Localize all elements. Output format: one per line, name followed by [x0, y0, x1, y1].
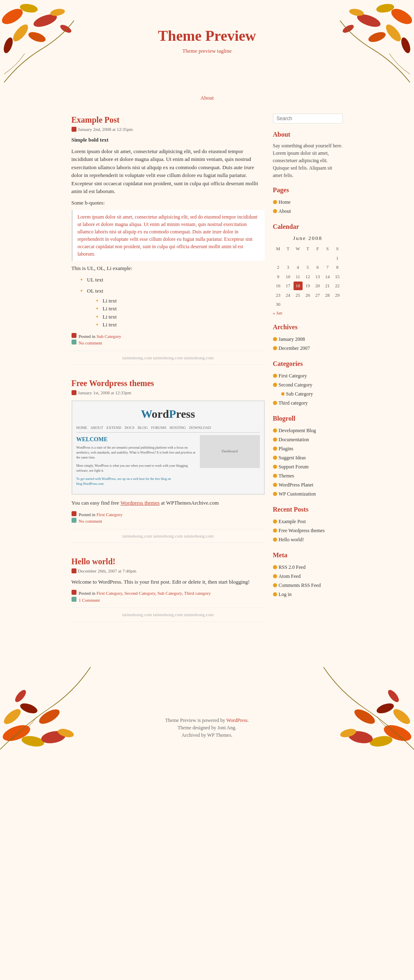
category-link[interactable]: First Category — [97, 512, 123, 517]
cal-day — [313, 300, 322, 309]
archive-link[interactable]: December 2007 — [279, 345, 310, 352]
category-link[interactable]: Sub Category — [97, 334, 121, 339]
meta-link[interactable]: RSS 2.0 Feed — [279, 563, 306, 571]
archive-link[interactable]: January 2008 — [279, 335, 305, 343]
blockquote: Lorem ipsum dolor sit amet, consectetur … — [72, 210, 265, 261]
blogroll-link[interactable]: Support Forum — [279, 463, 309, 470]
blogroll-suggest-ideas-link[interactable]: Suggest Ideas — [279, 454, 306, 461]
list-item: Development Blog — [273, 426, 343, 435]
bullet-icon — [281, 392, 284, 396]
recent-post-link[interactable]: Hello world! — [279, 536, 304, 543]
list-item: Li text — [95, 313, 265, 321]
tag-icon — [72, 511, 76, 516]
wordpress-screenshot: WordPress HOMEABOUTEXTENDDOCSBLOGFORUMSH… — [72, 400, 265, 495]
comment-link[interactable]: No comment — [79, 340, 102, 345]
list-item: Home — [273, 198, 343, 207]
comment-icon — [72, 518, 76, 523]
cal-header: T — [284, 244, 293, 253]
navigation: About — [0, 91, 414, 105]
recent-post-link[interactable]: Free Wordpress themes — [279, 527, 325, 534]
recent-post-link[interactable]: Example Post — [279, 518, 306, 525]
cal-day: 16 — [274, 282, 283, 290]
post-title[interactable]: Hello world! — [72, 555, 265, 568]
list-item: UL text — [80, 276, 265, 284]
archives-list: January 2008 December 2007 — [273, 335, 343, 353]
ol-parent: OL text Li text Li text Li text Li text — [80, 287, 265, 329]
bullet-icon — [273, 438, 277, 442]
page-about-link[interactable]: About — [279, 207, 291, 215]
nav-about[interactable]: About — [200, 95, 214, 101]
blogroll-link[interactable]: WordPress Planet — [279, 481, 314, 489]
comment-link[interactable]: No comment — [79, 519, 102, 524]
blogroll-link[interactable]: Documentation — [279, 436, 309, 443]
list-item: Li text — [95, 305, 265, 313]
blogroll-link[interactable]: Development Blog — [279, 427, 316, 434]
comment-link[interactable]: 1 Comment — [79, 598, 100, 603]
category-link[interactable]: First Category — [279, 372, 307, 379]
blogroll-link[interactable]: WP Customization — [279, 490, 316, 498]
meta-link[interactable]: Comments RSS Feed — [279, 582, 321, 589]
site-title: Theme Preview — [0, 25, 414, 47]
meta-link[interactable]: Atom Feed — [279, 573, 301, 580]
blogroll-list: Development Blog Documentation Plugins S… — [273, 426, 343, 498]
categories-list: First Category Second Category Sub Categ… — [273, 371, 343, 407]
wp-welcome: WELCOME — [76, 435, 196, 444]
list-item: Example Post — [273, 517, 343, 526]
bullet-icon — [273, 465, 277, 469]
cal-day: 21 — [323, 282, 332, 290]
calendar-prev-link[interactable]: « Jan — [273, 310, 282, 317]
cal-header: F — [313, 244, 322, 253]
calendar-icon — [72, 127, 76, 132]
svg-point-0 — [0, 6, 25, 27]
page-home-link[interactable]: Home — [279, 198, 291, 206]
category-link[interactable]: Second Category — [279, 381, 312, 389]
list-item: Hello world! — [273, 535, 343, 544]
post-free-wordpress-themes: Free Wordpress themes January 1st, 2008 … — [72, 377, 265, 543]
meta-list: RSS 2.0 Feed Atom Feed Comments RSS Feed… — [273, 563, 343, 599]
ol-list: Li text Li text Li text Li text — [95, 297, 265, 329]
cal-day: 22 — [333, 282, 342, 290]
list-item: January 2008 — [273, 335, 343, 344]
post-date: December 26th, 2007 at 7:46pm — [72, 568, 265, 575]
wp-nav-bar: HOMEABOUTEXTENDDOCSBLOGFORUMSHOSTINGDOWN… — [76, 425, 260, 433]
svg-point-1 — [19, 2, 39, 14]
bullet-icon — [273, 492, 277, 496]
wp-logo: WordPress — [141, 405, 195, 423]
cal-day — [303, 254, 312, 263]
post-content: WordPress HOMEABOUTEXTENDDOCSBLOGFORUMSH… — [72, 400, 265, 507]
cal-day — [303, 300, 312, 309]
post-footer: Posted in Sub Category No comment — [72, 333, 265, 347]
tag-icon — [72, 590, 76, 595]
list-item: WordPress Planet — [273, 480, 343, 489]
categories-widget: Categories First Category Second Categor… — [273, 359, 343, 407]
list-item: WP Customization — [273, 489, 343, 498]
post-example-post: Example Post January 2nd, 2008 at 12:35p… — [72, 114, 265, 365]
list-item: About — [273, 207, 343, 216]
blogroll-themes-link[interactable]: Themes — [279, 472, 294, 480]
cal-day: 5 — [303, 263, 312, 272]
cal-day: 20 — [313, 282, 322, 290]
blogroll-link[interactable]: Plugins — [279, 445, 294, 452]
calendar-title: Calendar — [273, 222, 343, 232]
post-title[interactable]: Free Wordpress themes — [72, 377, 265, 389]
blogroll-widget: Blogroll Development Blog Documentation … — [273, 414, 343, 498]
bullet-icon — [273, 483, 277, 487]
bullet-icon — [273, 583, 277, 587]
bullet-icon — [273, 401, 277, 405]
cal-day: 12 — [303, 272, 312, 281]
meta-login-link[interactable]: Log in — [279, 591, 292, 598]
category-link[interactable]: First Category, Second Category, Sub Cat… — [97, 591, 211, 596]
archives-title: Archives — [273, 322, 343, 332]
search-input[interactable] — [273, 114, 343, 123]
bullet-icon — [273, 456, 277, 460]
footer-wp-link[interactable]: WordPress — [227, 717, 248, 723]
wp-themes-link[interactable]: Wordpress themes — [120, 500, 160, 506]
category-link[interactable]: Third category — [279, 399, 308, 407]
cal-day: 28 — [323, 291, 332, 300]
post-title[interactable]: Example Post — [72, 114, 265, 126]
subcategory-link[interactable]: Sub Category — [286, 390, 313, 398]
main-content: Example Post January 2nd, 2008 at 12:35p… — [72, 114, 265, 634]
svg-point-9 — [376, 2, 395, 14]
bullet-icon — [273, 200, 277, 204]
wp-main-col: WELCOME WordPress is a state of the art … — [76, 435, 196, 490]
